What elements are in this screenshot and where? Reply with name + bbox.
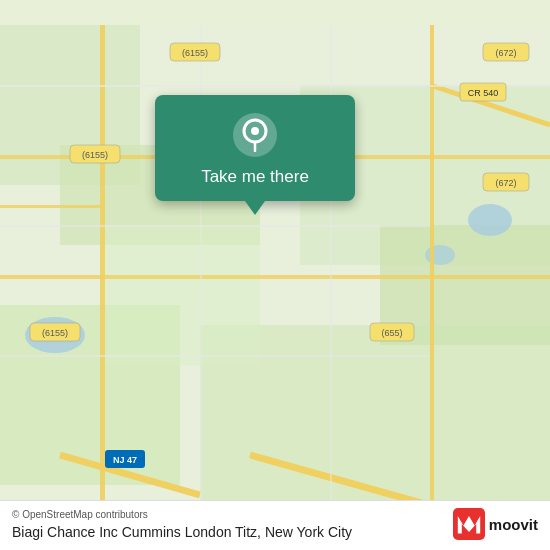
- svg-rect-7: [100, 225, 260, 365]
- location-pin-icon: [242, 118, 268, 152]
- svg-text:(672): (672): [495, 48, 516, 58]
- svg-text:(6155): (6155): [82, 150, 108, 160]
- svg-text:(672): (672): [495, 178, 516, 188]
- svg-point-9: [468, 204, 512, 236]
- svg-rect-20: [0, 225, 430, 227]
- svg-rect-21: [0, 355, 430, 357]
- svg-text:(655): (655): [381, 328, 402, 338]
- moovit-icon: [453, 508, 485, 540]
- svg-text:NJ 47: NJ 47: [113, 455, 137, 465]
- svg-text:CR 540: CR 540: [468, 88, 499, 98]
- moovit-label: moovit: [489, 516, 538, 533]
- map-container: (6155) (6155) (6155) (672) (672) (655) N…: [0, 0, 550, 550]
- svg-point-43: [251, 127, 259, 135]
- svg-text:(6155): (6155): [42, 328, 68, 338]
- svg-point-10: [425, 245, 455, 265]
- location-icon-wrapper: [233, 113, 277, 157]
- bottom-bar: © OpenStreetMap contributors Biagi Chanc…: [0, 500, 550, 550]
- take-me-there-button[interactable]: Take me there: [201, 167, 309, 187]
- svg-text:(6155): (6155): [182, 48, 208, 58]
- moovit-logo: moovit: [453, 508, 538, 540]
- svg-rect-12: [0, 205, 100, 208]
- popup-card: Take me there: [155, 95, 355, 201]
- map-background: (6155) (6155) (6155) (672) (672) (655) N…: [0, 0, 550, 550]
- svg-rect-15: [0, 275, 550, 279]
